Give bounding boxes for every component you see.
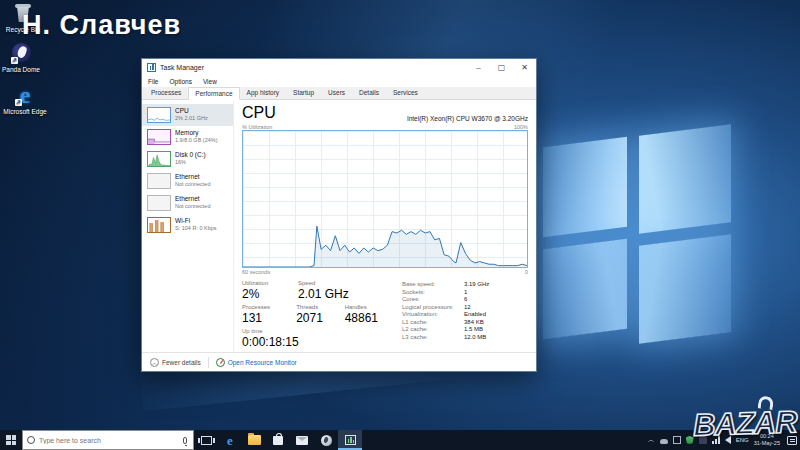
menu-view[interactable]: View [203, 78, 217, 85]
stat-value: 2% [242, 287, 288, 301]
graph-x-left: 60 seconds [242, 269, 270, 275]
tab-users[interactable]: Users [321, 86, 352, 99]
task-manager-app-icon [147, 63, 156, 72]
windows-start-icon [6, 435, 16, 445]
windows-logo [543, 128, 731, 342]
stat-value: 48861 [345, 311, 378, 325]
graph-x-right: 0 [525, 269, 528, 275]
task-manager-window: Task Manager – ▢ ✕ File Options View Pro… [141, 58, 537, 372]
footer-divider [208, 357, 209, 368]
show-hidden-icons-button[interactable]: ︿ [648, 435, 655, 445]
stat-label: Speed [298, 280, 349, 286]
stat-label: Processes [242, 304, 286, 310]
chevron-up-icon: ︿ [150, 358, 159, 367]
task-view-icon [201, 436, 212, 445]
cpu-model-name: Intel(R) Xeon(R) CPU W3670 @ 3.20GHz [407, 115, 528, 122]
taskbar-task-manager-button[interactable] [338, 430, 362, 450]
app-tray-icon[interactable] [673, 436, 681, 444]
stat-label: Up time [242, 328, 299, 334]
taskbar-edge-button[interactable]: e [218, 430, 242, 450]
tab-performance[interactable]: Performance [188, 87, 239, 100]
shortcut-arrow-icon: ↗ [15, 99, 22, 106]
menu-options[interactable]: Options [169, 78, 191, 85]
shopping-bag-handle-icon [757, 396, 773, 410]
cpu-panel-title: CPU [242, 104, 276, 122]
stat-value: 2071 [296, 311, 334, 325]
sidebar-item-memory[interactable]: Memory 1.9/8.0 GB (24%) [142, 126, 233, 148]
cloud-tray-icon[interactable] [660, 439, 668, 444]
windows-logo-pane [639, 234, 731, 343]
desktop-icon-label: Microsoft Edge [0, 108, 53, 115]
windows-logo-pane [639, 124, 731, 233]
cpu-utilization-graph [242, 130, 528, 268]
sidebar-item-wifi[interactable]: Wi-Fi S: 104 R: 0 Kbps [142, 214, 233, 236]
tab-bar: Processes Performance App history Startu… [142, 87, 536, 100]
panda-icon [321, 435, 332, 446]
tab-startup[interactable]: Startup [286, 86, 321, 99]
ethernet-thumbnail-icon [147, 173, 171, 189]
sidebar-item-disk-0[interactable]: Disk 0 (C:) 16% [142, 148, 233, 170]
title-bar[interactable]: Task Manager – ▢ ✕ [142, 59, 536, 76]
name-watermark: Н. Славчев [22, 10, 181, 41]
windows-logo-pane [543, 137, 627, 237]
mail-icon [296, 436, 308, 445]
desktop-icon-label: Panda Dome [0, 66, 49, 73]
stat-value: 131 [242, 311, 286, 325]
sidebar-item-cpu[interactable]: CPU 2% 2.01 GHz [142, 104, 233, 126]
taskbar-store-button[interactable] [266, 430, 290, 450]
edge-icon: e ↗ [14, 84, 36, 106]
file-explorer-icon [248, 435, 261, 445]
taskbar-file-explorer-button[interactable] [242, 430, 266, 450]
start-button[interactable] [0, 430, 22, 450]
close-button[interactable]: ✕ [513, 59, 536, 76]
bazar-watermark: BAZAR [692, 404, 797, 444]
maximize-button[interactable]: ▢ [490, 59, 513, 76]
taskbar: e ︿ ENG 00:24 31-May-25 [0, 430, 800, 450]
disk-thumbnail-icon [147, 151, 171, 167]
stat-label: Utilization [242, 280, 288, 286]
search-input[interactable] [39, 437, 179, 444]
desktop: Н. Славчев Recycle Bin ↗ Panda Dome e ↗ … [0, 0, 800, 450]
taskbar-panda-button[interactable] [314, 430, 338, 450]
window-title: Task Manager [160, 64, 467, 71]
windows-logo-pane [543, 239, 627, 339]
tab-app-history[interactable]: App history [240, 86, 287, 99]
tab-processes[interactable]: Processes [144, 86, 188, 99]
open-resource-monitor-link[interactable]: Open Resource Monitor [216, 358, 297, 367]
cpu-thumbnail-icon [147, 107, 171, 123]
sidebar-item-ethernet-1[interactable]: Ethernet Not connected [142, 170, 233, 192]
stat-value: 0:00:18:15 [242, 335, 299, 349]
performance-sidebar: CPU 2% 2.01 GHz Memory 1.9/8.0 GB (24%) … [142, 100, 234, 352]
panda-dome-icon: ↗ [10, 42, 32, 64]
stat-label: Threads [296, 304, 334, 310]
task-manager-icon [345, 435, 356, 445]
fewer-details-button[interactable]: ︿ Fewer details [150, 358, 201, 367]
sidebar-item-ethernet-2[interactable]: Ethernet Not connected [142, 192, 233, 214]
memory-thumbnail-icon [147, 129, 171, 145]
taskbar-search[interactable] [22, 430, 194, 450]
edge-icon: e [227, 434, 233, 447]
task-manager-footer: ︿ Fewer details Open Resource Monitor [142, 352, 536, 371]
tab-details[interactable]: Details [352, 86, 386, 99]
stat-value: 2.01 GHz [298, 287, 349, 301]
wifi-thumbnail-icon [147, 217, 171, 233]
tab-services[interactable]: Services [386, 86, 425, 99]
cortana-icon [27, 436, 35, 444]
desktop-icon-panda-dome[interactable]: ↗ Panda Dome [0, 42, 49, 73]
stat-label: Handles [345, 304, 378, 310]
desktop-icon-microsoft-edge[interactable]: e ↗ Microsoft Edge [0, 84, 53, 115]
performance-main-panel: CPU Intel(R) Xeon(R) CPU W3670 @ 3.20GHz… [234, 100, 536, 352]
shortcut-arrow-icon: ↗ [11, 57, 18, 64]
taskbar-task-view-button[interactable] [194, 430, 218, 450]
cpu-stats: Utilization 2% Speed 2.01 GHz Processes [242, 280, 528, 352]
microphone-icon[interactable] [183, 437, 187, 444]
ethernet-thumbnail-icon [147, 195, 171, 211]
microsoft-store-icon [273, 436, 283, 445]
menu-file[interactable]: File [148, 78, 158, 85]
taskbar-mail-button[interactable] [290, 430, 314, 450]
resource-monitor-icon [216, 358, 225, 367]
minimize-button[interactable]: – [467, 59, 490, 76]
